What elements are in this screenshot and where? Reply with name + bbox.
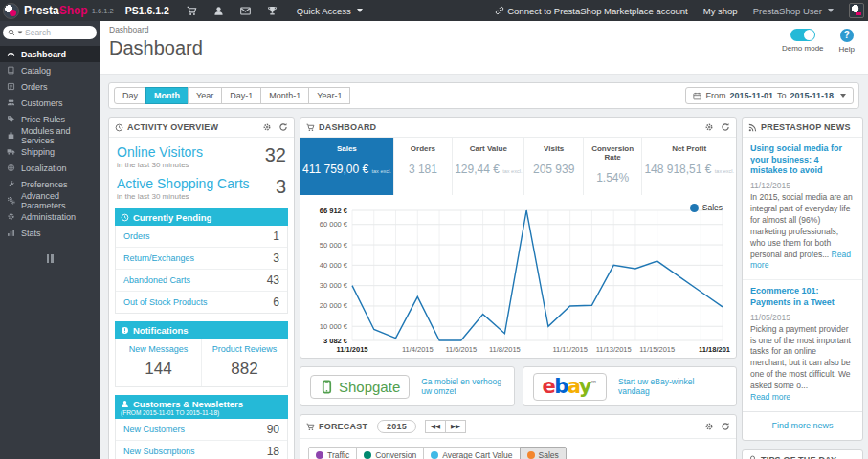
ebay-link[interactable]: Start uw eBay-winkel vandaag <box>618 377 726 396</box>
help-icon[interactable]: ? <box>840 29 854 42</box>
chart-legend[interactable]: Sales <box>690 203 723 212</box>
sidebar-item-shipping[interactable]: Shipping <box>0 143 100 160</box>
range-button-month-1[interactable]: Month-1 <box>260 87 309 104</box>
chevron-down-icon <box>828 9 834 12</box>
find-more-news-link[interactable]: Find more news <box>743 412 862 440</box>
sidebar-item-preferences[interactable]: Preferences <box>0 176 100 192</box>
sidebar-item-localization[interactable]: Localization <box>0 160 100 176</box>
sidebar-collapse-button[interactable] <box>44 254 56 263</box>
news-article-title[interactable]: Ecommerce 101: Payments in a Tweet <box>750 286 855 308</box>
svg-text:11/13/2015: 11/13/2015 <box>596 345 632 354</box>
breadcrumb[interactable]: Dashboard <box>109 25 858 34</box>
user-menu[interactable]: PrestaShop User <box>753 6 834 16</box>
shop-name[interactable]: PS1.6.1.2 <box>125 5 169 16</box>
gear-icon[interactable] <box>704 422 714 431</box>
active-carts-value: 3 <box>276 176 286 198</box>
user-avatar[interactable] <box>849 3 864 18</box>
svg-text:10 000 €: 10 000 € <box>320 322 348 331</box>
range-button-month[interactable]: Month <box>145 87 189 104</box>
online-visitors-value: 32 <box>265 144 286 166</box>
gear-icon[interactable] <box>262 122 272 132</box>
product-reviews-cell[interactable]: Product Reviews 882 <box>201 339 287 386</box>
kpi-orders[interactable]: Orders 3 181 <box>393 138 452 195</box>
svg-text:11/8/2015: 11/8/2015 <box>489 345 521 354</box>
gear-icon[interactable] <box>704 122 714 132</box>
cart-icon <box>306 123 315 132</box>
date-range-picker[interactable]: From2015-11-01 To2015-11-18 <box>685 87 854 104</box>
svg-text:11/15/2015: 11/15/2015 <box>639 345 675 354</box>
calendar-icon <box>693 92 701 100</box>
sidebar-item-advanced-parameters[interactable]: Advanced Parameters <box>0 192 100 208</box>
trophy-icon[interactable] <box>267 6 278 16</box>
messages-icon[interactable] <box>240 6 251 16</box>
refresh-icon[interactable] <box>721 422 730 431</box>
range-button-day[interactable]: Day <box>114 87 146 104</box>
forecast-prev-button[interactable]: ◀◀ <box>425 420 446 433</box>
forecast-legend-conversion[interactable]: Conversion <box>356 447 424 459</box>
range-button-year[interactable]: Year <box>188 87 222 104</box>
svg-text:40 000 €: 40 000 € <box>320 261 348 270</box>
sidebar-item-orders[interactable]: Orders <box>0 78 100 95</box>
shopgate-logo[interactable]: Shopgate <box>310 375 410 399</box>
sidebar-item-modules[interactable]: Modules and Services <box>0 127 100 143</box>
phone-icon <box>320 380 334 394</box>
sidebar-item-dashboard[interactable]: Dashboard <box>0 46 100 62</box>
forecast-legend-sales[interactable]: Sales <box>520 447 567 459</box>
shopgate-link[interactable]: Ga mobiel en verhoog uw omzet <box>421 377 503 396</box>
legend-dot <box>690 204 699 212</box>
forecast-legend-avg-cart-value[interactable]: Average Cart Value <box>423 447 520 459</box>
sidebar-item-stats[interactable]: Stats <box>0 225 100 241</box>
svg-text:60 000 €: 60 000 € <box>320 220 348 229</box>
prestashop-logo[interactable] <box>3 3 19 19</box>
new-messages-cell[interactable]: New Messages 144 <box>116 339 201 386</box>
sidebar-item-administration[interactable]: Administration <box>0 208 100 225</box>
news-article-title[interactable]: Using social media for your business: 4 … <box>750 143 855 177</box>
link-icon <box>495 6 504 15</box>
gauge-icon <box>7 50 15 58</box>
main-content: Dashboard Dashboard Demo mode ? Help Day… <box>100 21 868 459</box>
pending-row-orders: Orders1 <box>116 226 287 248</box>
brand-text: PrestaShop <box>24 4 88 17</box>
svg-text:11/18/201: 11/18/201 <box>699 345 730 354</box>
quick-access-menu[interactable]: Quick Access <box>297 6 363 16</box>
clipboard-icon <box>7 82 15 91</box>
active-carts-link[interactable]: Active Shopping Carts <box>117 176 286 191</box>
kpi-visits[interactable]: Visits 205 939 <box>523 138 582 195</box>
lightbulb-icon <box>748 455 757 459</box>
refresh-icon[interactable] <box>278 122 288 132</box>
rss-icon <box>748 123 757 132</box>
search-scope-caret[interactable] <box>18 31 23 33</box>
forecast-legend-traffic[interactable]: Traffic <box>308 447 357 459</box>
cart-icon[interactable] <box>187 6 197 16</box>
sidebar-item-price-rules[interactable]: Price Rules <box>0 111 100 127</box>
cogs-icon <box>7 196 15 205</box>
kpi-net-profit[interactable]: Net Profit 148 918,51 € tax excl. <box>641 138 736 195</box>
currently-pending-header: Currently Pending <box>115 208 288 226</box>
ebay-logo[interactable]: ebay™ <box>533 373 608 401</box>
range-button-year-1[interactable]: Year-1 <box>308 87 350 104</box>
search-input[interactable] <box>25 28 80 37</box>
employee-icon[interactable] <box>213 6 224 16</box>
online-visitors-link[interactable]: Online Visitors <box>117 144 286 160</box>
user-icon <box>121 400 129 408</box>
forecast-panel: FORECAST 2015 ◀◀ ▶▶ Traffic Conversion A… <box>300 414 737 459</box>
kpi-sales[interactable]: Sales 411 759,00 € tax excl. <box>300 138 393 195</box>
pending-row-out-of-stock: Out of Stock Products6 <box>116 292 287 313</box>
marketplace-link[interactable]: Connect to PrestaShop Marketplace accoun… <box>495 6 688 16</box>
svg-text:30 000 €: 30 000 € <box>320 281 348 290</box>
forecast-next-button[interactable]: ▶▶ <box>445 420 466 433</box>
range-button-day-1[interactable]: Day-1 <box>221 87 261 104</box>
demo-mode-toggle[interactable] <box>790 29 815 41</box>
svg-text:11/11/2015: 11/11/2015 <box>552 345 587 354</box>
sidebar-search[interactable] <box>3 26 97 39</box>
sidebar-item-catalog[interactable]: Catalog <box>0 62 100 78</box>
activity-overview-panel: ACTIVITY OVERVIEW 32 Online Visitors in … <box>108 117 295 459</box>
kpi-cart-value[interactable]: Cart Value 129,44 € tax excl. <box>452 138 523 195</box>
notifications-header: Notifications <box>115 321 288 339</box>
read-more-link[interactable]: Read more <box>750 392 790 402</box>
kpi-conversion-rate[interactable]: Conversion Rate 1.54% <box>583 138 641 195</box>
refresh-icon[interactable] <box>721 122 730 132</box>
my-shop-link[interactable]: My shop <box>703 6 738 16</box>
sidebar-item-customers[interactable]: Customers <box>0 95 100 111</box>
forecast-year: 2015 <box>377 420 416 433</box>
